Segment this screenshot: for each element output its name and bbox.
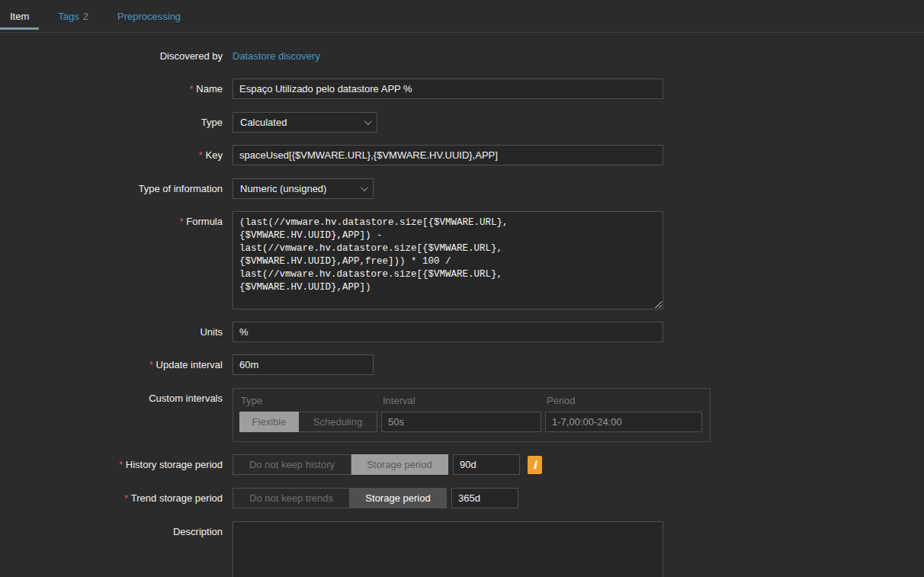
column-header-type: Type — [239, 395, 377, 406]
trend-period-input[interactable] — [451, 488, 518, 508]
toggle-flexible: Flexible — [239, 412, 299, 432]
tab-tags[interactable]: Tags 2 — [48, 0, 98, 32]
type-of-information-value: Numeric (unsigned) — [240, 183, 326, 194]
toggle-history-storage-period: Storage period — [351, 454, 448, 475]
toggle-trend-storage-period[interactable]: Storage period — [350, 488, 447, 508]
type-label: Type — [0, 112, 223, 133]
key-input[interactable] — [233, 145, 663, 165]
tab-bar: Item Tags 2 Preprocessing — [0, 0, 924, 33]
row-history-storage-period: *History storage period Do not keep hist… — [0, 454, 924, 476]
custom-intervals-fieldset: Type Interval Period Flexible Scheduling — [233, 388, 711, 442]
custom-interval-type-toggle: Flexible Scheduling — [239, 412, 377, 432]
toggle-do-not-keep-trends[interactable]: Do not keep trends — [233, 488, 350, 508]
type-of-information-select[interactable]: Numeric (unsigned) — [233, 178, 374, 199]
toggle-scheduling: Scheduling — [299, 412, 377, 432]
tab-preprocessing[interactable]: Preprocessing — [107, 0, 191, 32]
row-type: Type Calculated — [0, 112, 924, 133]
description-textarea[interactable] — [233, 521, 663, 577]
row-formula: *Formula (last(//vmware.hv.datastore.siz… — [0, 211, 924, 309]
row-custom-intervals: Custom intervals Type Interval Period Fl… — [0, 388, 924, 442]
formula-textarea[interactable]: (last(//vmware.hv.datastore.size[{$VMWAR… — [233, 211, 663, 309]
custom-interval-period-input — [545, 412, 702, 432]
name-label: *Name — [0, 79, 223, 100]
required-asterisk: * — [180, 216, 184, 227]
row-name: *Name — [0, 79, 924, 100]
column-header-interval: Interval — [381, 395, 541, 406]
row-key: *Key — [0, 145, 924, 166]
required-asterisk: * — [124, 493, 128, 504]
type-select[interactable]: Calculated — [233, 112, 377, 133]
row-discovered-by: Discovered by Datastore discovery — [0, 46, 924, 66]
history-period-input[interactable] — [453, 454, 520, 475]
tab-item-label: Item — [10, 11, 29, 22]
item-form: Discovered by Datastore discovery *Name … — [0, 33, 924, 577]
discovered-by-label: Discovered by — [0, 46, 223, 66]
row-update-interval: *Update interval — [0, 354, 924, 376]
required-asterisk: * — [119, 460, 123, 470]
history-mode-toggle: Do not keep history Storage period — [233, 454, 448, 475]
row-type-of-information: Type of information Numeric (unsigned) — [0, 178, 924, 199]
update-interval-label: *Update interval — [0, 354, 223, 376]
info-icon[interactable]: i — [528, 456, 542, 474]
custom-intervals-label: Custom intervals — [0, 388, 223, 409]
tab-tags-count-badge: 2 — [83, 11, 88, 22]
required-asterisk: * — [199, 150, 203, 161]
tab-tags-label: Tags — [58, 11, 79, 22]
row-trend-storage-period: *Trend storage period Do not keep trends… — [0, 488, 924, 509]
key-label: *Key — [0, 145, 223, 166]
type-of-information-label: Type of information — [0, 178, 223, 199]
required-asterisk: * — [149, 360, 153, 370]
toggle-do-not-keep-history: Do not keep history — [233, 454, 351, 475]
description-label: Description — [0, 521, 223, 542]
tab-item[interactable]: Item — [0, 0, 39, 32]
column-header-period: Period — [545, 395, 702, 406]
formula-label: *Formula — [0, 211, 223, 232]
name-input[interactable] — [233, 79, 663, 99]
units-input[interactable] — [233, 322, 663, 342]
trend-mode-toggle: Do not keep trends Storage period — [233, 488, 447, 508]
required-asterisk: * — [190, 84, 194, 95]
discovered-by-link[interactable]: Datastore discovery — [233, 46, 320, 66]
type-select-value: Calculated — [240, 117, 287, 128]
chevron-down-icon — [364, 117, 372, 125]
units-label: Units — [0, 322, 223, 342]
row-description: Description — [0, 521, 924, 577]
history-storage-period-label: *History storage period — [0, 454, 223, 476]
row-units: Units — [0, 322, 924, 342]
custom-interval-value-input — [381, 412, 541, 432]
trend-storage-period-label: *Trend storage period — [0, 488, 223, 509]
update-interval-input[interactable] — [233, 354, 374, 375]
chevron-down-icon — [361, 184, 368, 191]
tab-preprocessing-label: Preprocessing — [117, 11, 181, 22]
